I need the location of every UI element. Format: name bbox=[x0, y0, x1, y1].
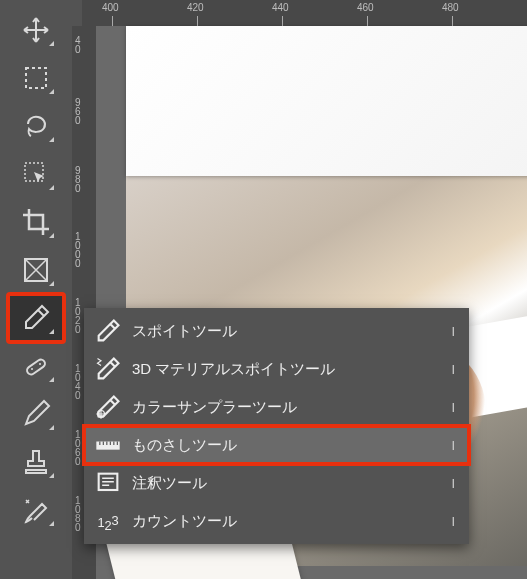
flyout-item-count[interactable]: 123 カウントツール I bbox=[84, 502, 469, 540]
eyedropper-flyout: スポイトツール I 3D マテリアルスポイトツール I カラーサンプラーツール … bbox=[84, 308, 469, 544]
svg-rect-3 bbox=[26, 358, 47, 376]
flyout-label: スポイトツール bbox=[132, 322, 441, 341]
frame-tool[interactable] bbox=[8, 246, 64, 294]
marquee-tool[interactable] bbox=[8, 54, 64, 102]
svg-text:3: 3 bbox=[112, 513, 119, 528]
crop-tool[interactable] bbox=[8, 198, 64, 246]
ruler-h-label: 480 bbox=[442, 2, 459, 13]
svg-point-4 bbox=[31, 368, 33, 370]
flyout-label: 3D マテリアルスポイトツール bbox=[132, 360, 441, 379]
flyout-shortcut: I bbox=[451, 476, 455, 491]
flyout-shortcut: I bbox=[451, 362, 455, 377]
lasso-tool[interactable] bbox=[8, 102, 64, 150]
flyout-item-sampler[interactable]: カラーサンプラーツール I bbox=[84, 388, 469, 426]
count-icon: 123 bbox=[94, 509, 122, 533]
flyout-item-eyedrop3d[interactable]: 3D マテリアルスポイトツール I bbox=[84, 350, 469, 388]
pencil-tool[interactable] bbox=[8, 390, 64, 438]
ruler-icon bbox=[94, 433, 122, 457]
eyedropper-tool[interactable] bbox=[8, 294, 64, 342]
flyout-shortcut: I bbox=[451, 400, 455, 415]
ruler-h-label: 400 bbox=[102, 2, 119, 13]
heal-tool[interactable] bbox=[8, 342, 64, 390]
flyout-label: カウントツール bbox=[132, 512, 441, 531]
canvas-blank-area bbox=[126, 26, 527, 176]
flyout-item-note[interactable]: 注釈ツール I bbox=[84, 464, 469, 502]
ruler-horizontal: 400420440460480500 bbox=[82, 0, 527, 26]
ruler-v-label: 980 bbox=[75, 166, 85, 193]
flyout-item-eyedrop[interactable]: スポイトツール I bbox=[84, 312, 469, 350]
flyout-label: ものさしツール bbox=[132, 436, 441, 455]
ruler-v-label: 960 bbox=[75, 98, 85, 125]
note-icon bbox=[94, 471, 122, 495]
svg-rect-0 bbox=[26, 68, 46, 88]
stamp-tool[interactable] bbox=[8, 438, 64, 486]
flyout-label: 注釈ツール bbox=[132, 474, 441, 493]
ruler-v-label: 1000 bbox=[75, 232, 85, 268]
flyout-shortcut: I bbox=[451, 438, 455, 453]
sampler-icon bbox=[94, 395, 122, 419]
ruler-h-label: 420 bbox=[187, 2, 204, 13]
tools-toolbar bbox=[0, 0, 72, 579]
eyedrop3d-icon bbox=[94, 357, 122, 381]
flyout-label: カラーサンプラーツール bbox=[132, 398, 441, 417]
quick-select-tool[interactable] bbox=[8, 150, 64, 198]
ruler-h-label: 460 bbox=[357, 2, 374, 13]
flyout-shortcut: I bbox=[451, 514, 455, 529]
flyout-item-ruler[interactable]: ものさしツール I bbox=[84, 426, 469, 464]
ruler-v-label: 40 bbox=[75, 36, 85, 54]
eyedrop-icon bbox=[94, 319, 122, 343]
flyout-shortcut: I bbox=[451, 324, 455, 339]
ruler-h-label: 440 bbox=[272, 2, 289, 13]
move-tool[interactable] bbox=[8, 6, 64, 54]
svg-point-5 bbox=[39, 363, 41, 365]
history-brush-tool[interactable] bbox=[8, 486, 64, 534]
